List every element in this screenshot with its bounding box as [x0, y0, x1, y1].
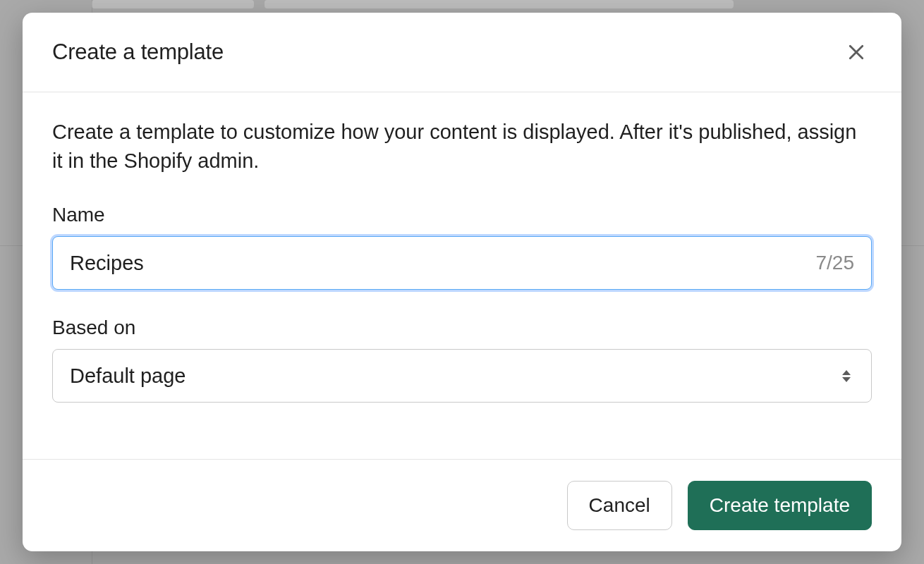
based-on-field-group: Based on Default page: [52, 317, 872, 403]
select-caret-icon: [839, 366, 854, 386]
modal-description: Create a template to customize how your …: [52, 118, 872, 176]
based-on-selected-value: Default page: [70, 364, 839, 388]
close-icon: [846, 42, 867, 63]
name-field-group: Name 7/25: [52, 204, 872, 290]
name-field-label: Name: [52, 204, 872, 226]
caret-down-icon: [842, 377, 851, 382]
name-input[interactable]: [70, 252, 805, 275]
background-ghost: [92, 0, 254, 8]
modal-header: Create a template: [23, 13, 901, 92]
modal-footer: Cancel Create template: [23, 459, 901, 551]
based-on-field-label: Based on: [52, 317, 872, 339]
name-input-wrap[interactable]: 7/25: [52, 236, 872, 290]
modal-title: Create a template: [52, 39, 224, 65]
create-template-modal: Create a template Create a template to c…: [23, 13, 901, 551]
name-char-count: 7/25: [816, 252, 855, 274]
based-on-select[interactable]: Default page: [52, 349, 872, 403]
modal-body: Create a template to customize how your …: [23, 92, 901, 459]
caret-up-icon: [842, 370, 851, 375]
background-ghost: [265, 0, 734, 8]
create-template-button[interactable]: Create template: [688, 481, 872, 530]
close-button[interactable]: [841, 37, 872, 68]
cancel-button[interactable]: Cancel: [567, 481, 672, 530]
